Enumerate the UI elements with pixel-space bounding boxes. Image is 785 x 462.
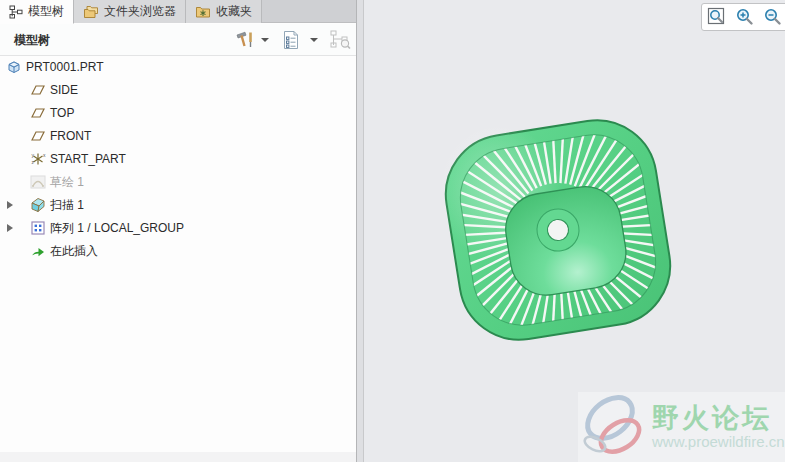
sketch-icon xyxy=(30,174,46,190)
insert-here-arrow-icon xyxy=(30,243,46,259)
watermark-title: 野火论坛 xyxy=(652,403,785,433)
tab-favorites[interactable]: 收藏夹 xyxy=(186,0,262,23)
tree-row-insert-here[interactable]: 在此插入 xyxy=(0,240,356,263)
tree-item-label: SIDE xyxy=(50,79,78,102)
tree-horizontal-scrollbar[interactable] xyxy=(0,452,356,462)
tree-item-label: 阵列 1 / LOCAL_GROUP xyxy=(50,217,184,240)
tree-row-front[interactable]: FRONT xyxy=(0,125,356,148)
panel-splitter[interactable] xyxy=(356,0,364,462)
zoom-in-button[interactable] xyxy=(734,6,756,28)
tree-settings-button[interactable] xyxy=(282,29,300,51)
zoom-region-icon xyxy=(707,7,727,27)
tree-row-pattern[interactable]: 阵列 1 / LOCAL_GROUP xyxy=(0,217,356,240)
tree-settings-icon xyxy=(282,30,300,50)
favorites-folder-icon xyxy=(195,5,211,19)
tree-row-top[interactable]: TOP xyxy=(0,102,356,125)
pattern-icon xyxy=(30,220,46,236)
tab-label: 收藏夹 xyxy=(216,3,252,20)
folder-browser-icon xyxy=(83,5,99,19)
panel-title: 模型树 xyxy=(14,24,50,56)
sweep-icon xyxy=(30,197,46,213)
navigator-panel: 模型树 文件夹浏览器 收藏夹 模型树 xyxy=(0,0,356,462)
coordinate-system-icon: y x z xyxy=(30,151,46,167)
tree-item-label: 草绘 1 xyxy=(50,171,84,194)
tree-item-label: PRT0001.PRT xyxy=(26,56,104,79)
model-tree-header: 模型树 xyxy=(0,24,356,56)
tree-tools-button[interactable] xyxy=(234,29,256,51)
forum-watermark: 野火论坛 www.proewildfire.cn xyxy=(578,392,785,462)
tree-search-button xyxy=(330,29,352,51)
navigator-tab-bar: 模型树 文件夹浏览器 收藏夹 xyxy=(0,0,356,23)
expand-arrow-icon[interactable] xyxy=(7,224,13,232)
tree-tools-dropdown[interactable] xyxy=(261,29,269,51)
tree-row-sweep[interactable]: 扫描 1 xyxy=(0,194,356,217)
model-tree-icon xyxy=(9,5,23,19)
datum-plane-icon xyxy=(30,128,46,144)
graphics-viewport[interactable]: 野火论坛 www.proewildfire.cn xyxy=(364,0,785,462)
tree-row-sketch[interactable]: 草绘 1 xyxy=(0,171,356,194)
tab-label: 文件夹浏览器 xyxy=(104,3,176,20)
tree-settings-dropdown[interactable] xyxy=(310,29,318,51)
tree-item-label: 在此插入 xyxy=(50,240,98,263)
svg-text:x: x xyxy=(43,152,46,158)
tree-row-side[interactable]: SIDE xyxy=(0,79,356,102)
datum-plane-icon xyxy=(30,82,46,98)
model-tree: PRT0001.PRT SIDE TOP FRONT xyxy=(0,56,356,452)
tree-item-label: TOP xyxy=(50,102,74,125)
tree-search-icon xyxy=(330,30,352,50)
zoom-in-icon xyxy=(735,7,755,27)
datum-plane-icon xyxy=(30,105,46,121)
tab-label: 模型树 xyxy=(28,3,64,20)
zoom-out-button[interactable] xyxy=(762,6,784,28)
tree-item-label: FRONT xyxy=(50,125,91,148)
tree-tools-icon xyxy=(234,30,256,50)
tree-item-label: START_PART xyxy=(50,148,126,171)
chevron-down-icon xyxy=(310,38,318,42)
expand-arrow-icon[interactable] xyxy=(7,201,13,209)
tree-row-part[interactable]: PRT0001.PRT xyxy=(0,56,356,79)
zoom-region-button[interactable] xyxy=(706,6,728,28)
chevron-down-icon xyxy=(261,38,269,42)
tree-item-label: 扫描 1 xyxy=(50,194,84,217)
tab-model-tree[interactable]: 模型树 xyxy=(0,0,74,24)
creo-window: 模型树 文件夹浏览器 收藏夹 模型树 xyxy=(0,0,785,462)
viewport-zoom-toolbar xyxy=(701,3,785,31)
part-cube-icon xyxy=(6,59,22,75)
tree-row-start-part[interactable]: y x z START_PART xyxy=(0,148,356,171)
wildfire-logo-icon xyxy=(580,394,648,460)
zoom-out-icon xyxy=(763,7,783,27)
tab-folder-browser[interactable]: 文件夹浏览器 xyxy=(74,0,186,23)
watermark-url: www.proewildfire.cn xyxy=(652,433,785,451)
